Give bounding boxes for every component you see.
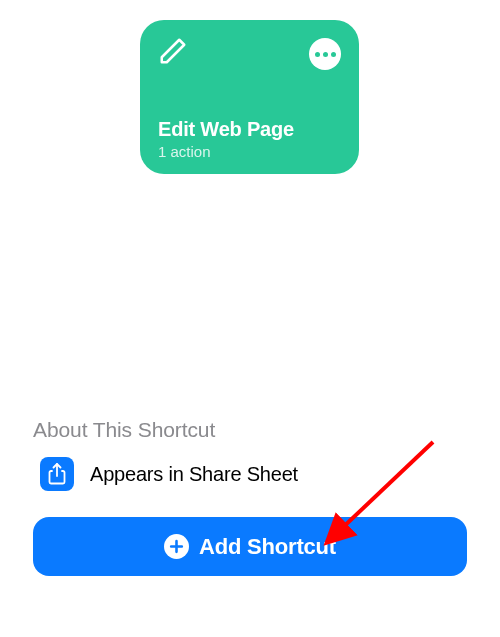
shortcut-card[interactable]: Edit Web Page 1 action bbox=[140, 20, 359, 174]
share-sheet-row[interactable]: Appears in Share Sheet bbox=[40, 457, 298, 491]
pencil-icon bbox=[158, 36, 188, 66]
share-icon bbox=[40, 457, 74, 491]
add-shortcut-button[interactable]: Add Shortcut bbox=[33, 517, 467, 576]
add-shortcut-label: Add Shortcut bbox=[199, 534, 336, 560]
shortcut-subtitle: 1 action bbox=[158, 143, 341, 160]
section-header: About This Shortcut bbox=[33, 418, 215, 442]
share-sheet-label: Appears in Share Sheet bbox=[90, 463, 298, 486]
shortcut-title: Edit Web Page bbox=[158, 118, 341, 141]
more-icon[interactable] bbox=[309, 38, 341, 70]
card-text: Edit Web Page 1 action bbox=[158, 118, 341, 160]
card-top-row bbox=[158, 36, 341, 70]
plus-icon bbox=[164, 534, 189, 559]
